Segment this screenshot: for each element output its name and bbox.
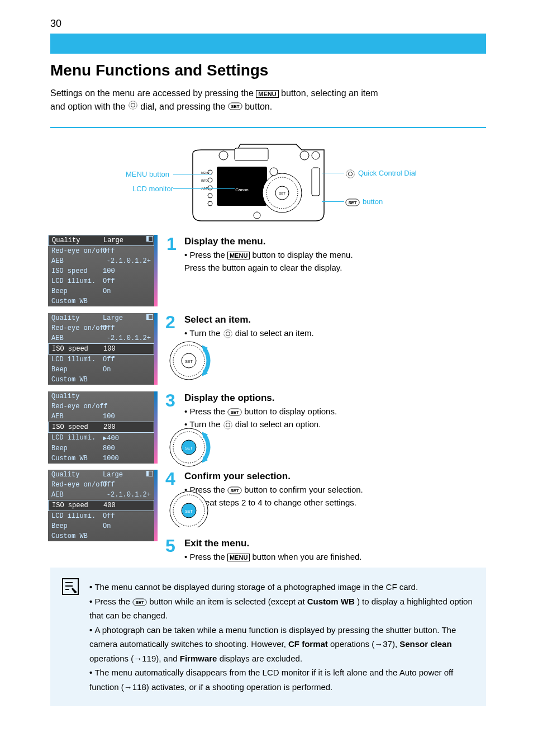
step-4-body2: • Repeat steps 2 to 4 to change other se… (184, 497, 475, 509)
svg-rect-8 (217, 167, 267, 206)
svg-point-40 (226, 423, 230, 427)
svg-text:SET: SET (185, 360, 193, 363)
menu-screenshot-3: Quality Red-eye on/off AEB100 ISO speed2… (48, 391, 154, 464)
svg-text:SET: SET (348, 200, 356, 205)
svg-marker-57 (72, 588, 77, 593)
leader-dial (322, 173, 344, 173)
step-1-body: • Press the MENU button to display the m… (184, 249, 475, 274)
menu-screenshot-4: QualityLarge Red-eye on/offOff AEB-2.1.0… (48, 470, 154, 541)
dial-icon-label (345, 169, 355, 181)
step-3-body: • Press the SET button to display option… (184, 405, 475, 418)
svg-point-15 (270, 168, 278, 176)
menu-button-label: MENU (256, 90, 278, 98)
step-5-title: Exit the menu. (184, 538, 249, 549)
step-3-title: Display the options. (184, 393, 275, 404)
label-menu-button: MENU button (126, 170, 169, 178)
svg-point-5 (219, 151, 228, 160)
step-4-title: Confirm your selection. (184, 471, 291, 482)
svg-rect-4 (235, 148, 268, 160)
note-4: The menu automatically disappears from t… (89, 665, 476, 694)
step-2-number: 2 (165, 312, 175, 333)
svg-text:SET: SET (135, 600, 144, 605)
step-2-body: • Turn the dial to select an item. (184, 327, 475, 340)
dial-illustration-2: SET (166, 338, 214, 385)
step-3-number: 3 (165, 390, 175, 411)
step-4-number: 4 (165, 469, 175, 489)
svg-text:SET: SET (230, 488, 239, 493)
note-box: The menu cannot be displayed during stor… (50, 568, 486, 706)
svg-point-0 (129, 101, 137, 109)
step-1-title: Display the menu. (184, 236, 265, 247)
svg-point-24 (254, 212, 260, 219)
svg-text:INFO: INFO (201, 179, 208, 182)
dial-illustration-4: SET (166, 491, 214, 530)
svg-rect-10 (312, 168, 320, 196)
label-set-button: button (363, 197, 383, 206)
label-quick-dial: Quick Control Dial (358, 169, 417, 177)
svg-point-26 (348, 172, 352, 176)
svg-point-6 (300, 151, 309, 160)
svg-text:SET: SET (185, 446, 193, 450)
note-1: The menu cannot be displayed during stor… (89, 580, 476, 594)
page-number: 30 (50, 18, 61, 30)
step-5-body: • Press the MENU button when you are fin… (184, 551, 475, 564)
svg-text:SET: SET (185, 509, 193, 513)
menu-screenshot-2: QualityLarge Red-eye on/offOff AEB-2.1.0… (48, 313, 154, 385)
step-1-number: 1 (166, 234, 177, 254)
svg-text:SET: SET (230, 410, 239, 415)
intro-text: Settings on the menu are accessed by pre… (50, 87, 475, 114)
step-5-number: 5 (165, 536, 175, 556)
svg-text:SET: SET (279, 192, 285, 195)
set-button-icon: SET (228, 101, 242, 114)
svg-point-17 (208, 178, 212, 182)
menu-screenshot-1: QualityLarge Red-eye on/offOff AEB-2.1.0… (48, 235, 154, 306)
camera-illustration: Canon SET MENU INFO JUMP (184, 134, 330, 224)
step-4-body: • Press the SET button to confirm your s… (184, 484, 475, 497)
svg-point-25 (346, 170, 354, 178)
svg-point-7 (312, 152, 320, 159)
leader-menu (173, 174, 211, 174)
leader-lcd (173, 188, 235, 189)
note-2: Press the SET button while an item is se… (89, 594, 476, 623)
step-2-title: Select an item. (184, 314, 251, 325)
label-lcd-monitor: LCD monitor (132, 185, 173, 193)
page-title: Menu Functions and Settings (50, 62, 268, 79)
svg-point-39 (223, 421, 231, 429)
svg-point-30 (226, 332, 230, 336)
svg-text:Canon: Canon (235, 187, 249, 192)
divider-line (50, 127, 486, 128)
svg-point-29 (223, 330, 231, 338)
page-header-bar (50, 34, 486, 54)
note-3: A photograph can be taken while a menu f… (89, 623, 476, 666)
note-icon (61, 578, 79, 600)
dial-illustration-3: SET (166, 425, 214, 472)
svg-point-20 (208, 201, 212, 206)
svg-point-19 (208, 193, 212, 198)
leader-set (322, 201, 344, 202)
svg-text:SET: SET (231, 104, 239, 109)
dial-icon (128, 100, 138, 114)
svg-point-1 (131, 103, 135, 107)
step-3-body2: • Turn the dial to select an option. (184, 418, 475, 431)
set-icon-label: SET (345, 199, 360, 209)
